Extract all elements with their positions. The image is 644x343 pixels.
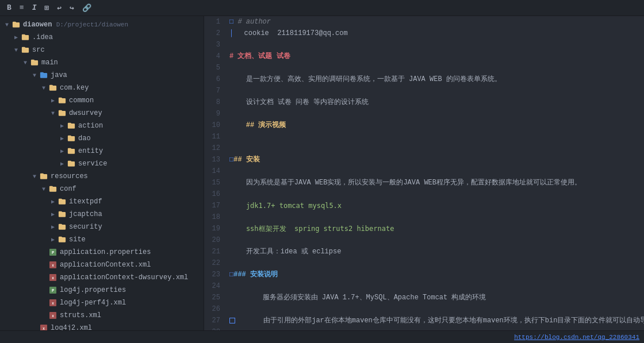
editor-line-17: jdk1.7+ tomcat mysql5.x (229, 200, 644, 211)
tree-label: struts.xml (60, 311, 199, 319)
tree-item-struts[interactable]: X struts.xml (0, 309, 204, 322)
tree-item-diaowen[interactable]: diaowen D:/project1/diaowen (0, 18, 204, 31)
folder-icon (67, 159, 76, 168)
line-num-13: 13 (204, 154, 220, 165)
toolbar: B ≡ I ⊞ ↩ ↪ 🔗 (0, 0, 644, 16)
status-bar: https://blog.csdn.net/qq_22860341 (0, 330, 644, 343)
line-num-19: 19 (204, 223, 220, 234)
line-num-25: 25 (204, 292, 220, 303)
editor-line-22 (229, 257, 644, 269)
tree-item-security[interactable]: security (0, 221, 204, 233)
tree-label: action (78, 122, 199, 130)
tree-arrow (12, 45, 21, 55)
folder-icon (57, 96, 67, 105)
svg-text:P: P (52, 288, 54, 293)
tree-arrow (48, 210, 57, 219)
bold-button[interactable]: B (5, 2, 14, 13)
tree-arrow (48, 96, 57, 105)
tree-label: com.key (60, 84, 199, 92)
line-num-27: 27 (204, 315, 220, 326)
tree-label: log4j2.xml (51, 324, 199, 330)
line-num-10: 10 (204, 120, 220, 131)
editor-line-2: │ cookie 2118119173@qq.com (229, 28, 644, 39)
tree-item-conf[interactable]: conf (0, 183, 204, 195)
folder-icon (21, 45, 30, 55)
editor-line-9 (229, 108, 644, 120)
tree-label: .idea (32, 33, 199, 41)
tree-item-common[interactable]: common (0, 94, 204, 107)
editor-line-28 (229, 326, 644, 330)
tree-label: resources (51, 172, 199, 180)
line-num-15: 15 (204, 177, 220, 188)
tree-item-idea[interactable]: .idea (0, 31, 204, 44)
line-num-18: 18 (204, 211, 220, 223)
tree-item-service[interactable]: service (0, 157, 204, 170)
tree-item-log4j-perf[interactable]: X log4j-perf4j.xml (0, 296, 204, 309)
editor-line-7 (229, 85, 644, 97)
properties-file-icon: P (48, 286, 57, 295)
folder-icon (67, 121, 76, 130)
line-num-26: 26 (204, 303, 220, 315)
redo-button[interactable]: ↪ (67, 2, 76, 14)
tree-arrow (39, 184, 48, 194)
editor-line-8: 设计文档 试卷 问卷 等内容的设计系统 (229, 97, 644, 108)
tree-item-log4j2[interactable]: X log4j2.xml (0, 322, 204, 330)
editor-line-11 (229, 131, 644, 142)
line-num-20: 20 (204, 234, 220, 246)
tree-arrow (57, 147, 67, 156)
tree-item-resources[interactable]: resources (0, 170, 204, 183)
table-button[interactable]: ⊞ (42, 2, 51, 14)
editor-line-15: 因为系统是基于JAVA WEB实现，所以安装与一般的JAVA WEB程序无异，配… (229, 177, 644, 188)
tree-item-java[interactable]: java (0, 69, 204, 82)
tree-arrow (57, 121, 67, 130)
tree-item-app-props[interactable]: P application.properties (0, 246, 204, 259)
tree-item-jcaptcha[interactable]: jcaptcha (0, 208, 204, 221)
tree-label: applicationContext.xml (60, 261, 199, 269)
tree-item-entity[interactable]: entity (0, 145, 204, 157)
xml-file-icon: X (48, 298, 57, 307)
svg-text:X: X (52, 264, 54, 268)
tree-arrow (30, 71, 39, 80)
line-num-23: 23 (204, 269, 220, 280)
tree-item-app-ctx-dw[interactable]: X applicationContext-dwsurvey.xml (0, 271, 204, 284)
tree-item-dwsurvey[interactable]: dwsurvey (0, 107, 204, 120)
line-num-2: 2 (204, 28, 220, 39)
file-tree: diaowen D:/project1/diaowen .idea src (0, 16, 204, 330)
align-button[interactable]: ≡ (17, 2, 26, 13)
tree-item-comkey[interactable]: com.key (0, 82, 204, 94)
editor-line-24 (229, 280, 644, 292)
line-num-5: 5 (204, 62, 220, 74)
editor-line-14 (229, 165, 644, 177)
tree-arrow (2, 20, 12, 29)
tree-label: diaowen D:/project1/diaowen (23, 21, 199, 29)
tree-item-dao[interactable]: dao (0, 132, 204, 145)
tree-item-main[interactable]: main (0, 56, 204, 69)
tree-item-site[interactable]: site (0, 233, 204, 246)
editor-line-13: □## 安装 (229, 154, 644, 165)
tree-label: dwsurvey (69, 109, 199, 117)
status-url[interactable]: https://blog.csdn.net/qq_22860341 (514, 334, 639, 341)
folder-icon (57, 197, 67, 206)
editor-line-10: ## 演示视频 (229, 120, 644, 131)
tree-label: src (32, 46, 199, 54)
folder-icon (21, 33, 30, 42)
line-num-9: 9 (204, 108, 220, 120)
line-container[interactable]: 1 2 3 4 5 6 7 8 9 10 11 12 13 14 15 16 1… (204, 16, 644, 330)
tree-item-itextpdf[interactable]: itextpdf (0, 195, 204, 208)
folder-icon (12, 20, 21, 29)
undo-button[interactable]: ↩ (55, 2, 64, 14)
svg-text:P: P (52, 250, 54, 255)
tree-label: security (69, 223, 199, 231)
line-numbers: 1 2 3 4 5 6 7 8 9 10 11 12 13 14 15 16 1… (204, 16, 225, 330)
tree-label: java (51, 71, 199, 79)
link-button[interactable]: 🔗 (80, 2, 94, 14)
line-num-12: 12 (204, 142, 220, 154)
tree-item-log4j-props[interactable]: P log4j.properties (0, 284, 204, 296)
tree-item-action[interactable]: action (0, 120, 204, 132)
tree-arrow (48, 109, 57, 118)
properties-file-icon: P (48, 248, 57, 257)
tree-item-app-ctx[interactable]: X applicationContext.xml (0, 259, 204, 271)
tree-item-src[interactable]: src (0, 44, 204, 56)
italic-button[interactable]: I (30, 2, 39, 13)
editor-content[interactable]: □ # author │ cookie 2118119173@qq.com # … (225, 16, 644, 330)
